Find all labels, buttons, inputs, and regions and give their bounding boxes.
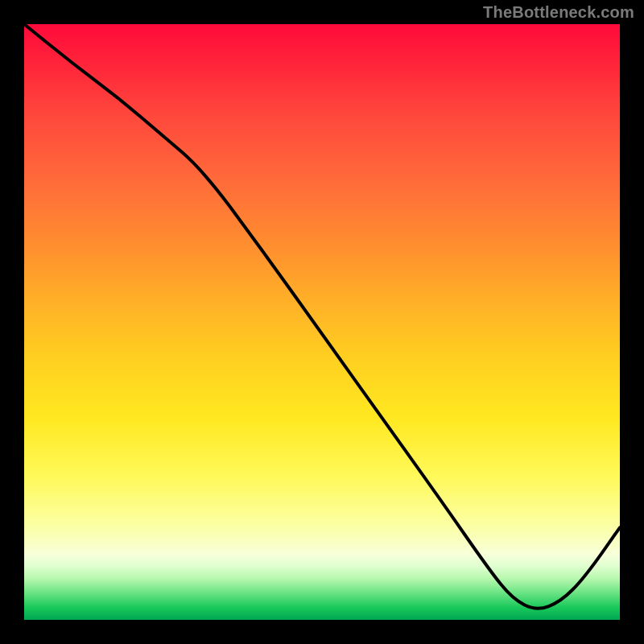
chart-svg bbox=[24, 24, 620, 620]
chart-stage: TheBottleneck.com bbox=[0, 0, 644, 644]
plot-area bbox=[24, 24, 620, 620]
watermark-text: TheBottleneck.com bbox=[483, 3, 634, 22]
chart-curve bbox=[24, 24, 620, 609]
